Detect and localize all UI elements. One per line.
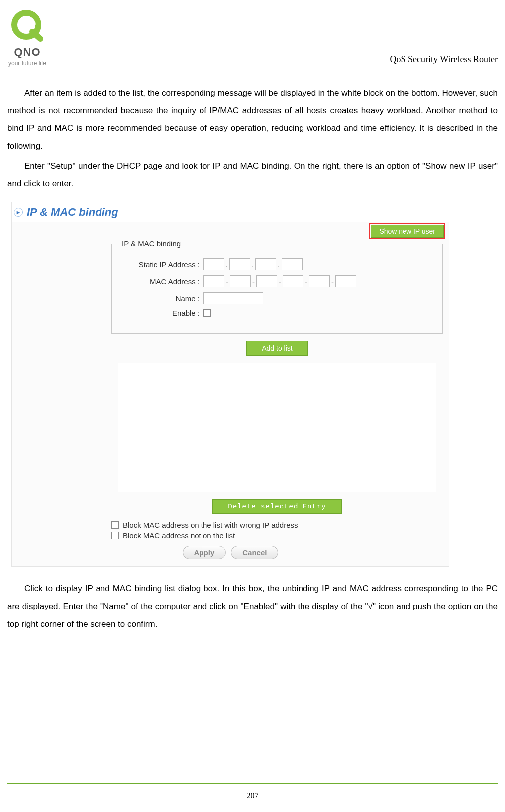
paragraph-2: Enter "Setup" under the DHCP page and lo…	[7, 157, 498, 193]
body-text-block-2: Click to display IP and MAC binding list…	[7, 580, 498, 633]
paragraph-3: Click to display IP and MAC binding list…	[7, 580, 498, 633]
static-ip-octet-1[interactable]	[203, 258, 224, 270]
brand-tagline: your future life	[8, 60, 46, 67]
brand-logo: QNO your future life	[7, 10, 47, 67]
mac-octet-4[interactable]	[283, 275, 303, 287]
enable-label: Enable :	[124, 309, 203, 317]
enable-checkbox[interactable]	[203, 309, 211, 317]
document-title: QoS Security Wireless Router	[390, 54, 498, 67]
binding-listbox[interactable]	[118, 363, 436, 492]
name-label: Name :	[124, 294, 203, 303]
mac-octet-1[interactable]	[203, 275, 224, 287]
static-ip-octet-3[interactable]	[255, 258, 276, 270]
section-header: ► IP & MAC binding	[12, 202, 449, 222]
name-input[interactable]	[203, 292, 263, 304]
section-title: IP & MAC binding	[27, 206, 118, 219]
block-wrong-ip-label: Block MAC address on the list with wrong…	[123, 521, 298, 529]
mac-octet-3[interactable]	[256, 275, 277, 287]
mac-label: MAC Address :	[124, 277, 203, 286]
chevron-right-icon: ►	[14, 208, 23, 217]
static-ip-octet-4[interactable]	[282, 258, 303, 270]
page-number: 207	[0, 791, 505, 800]
ip-mac-binding-panel: ► IP & MAC binding Show new IP user IP &…	[11, 202, 449, 567]
static-ip-label: Static IP Address :	[124, 260, 203, 269]
footer-rule	[7, 783, 498, 784]
block-not-on-list-label: Block MAC address not on the list	[123, 531, 235, 540]
paragraph-1: After an item is added to the list, the …	[7, 84, 498, 155]
page-header: QNO your future life QoS Security Wirele…	[7, 10, 498, 70]
apply-button[interactable]: Apply	[183, 546, 226, 559]
ip-mac-binding-fieldset: IP & MAC binding Static IP Address : . .…	[111, 244, 443, 334]
cancel-button[interactable]: Cancel	[231, 546, 278, 559]
add-to-list-button[interactable]: Add to list	[246, 341, 307, 356]
brand-name: QNO	[14, 46, 40, 59]
mac-octet-2[interactable]	[230, 275, 251, 287]
block-not-on-list-checkbox[interactable]	[111, 532, 119, 539]
qno-logo-icon	[7, 10, 47, 45]
show-new-ip-user-button[interactable]: Show new IP user	[371, 225, 444, 238]
mac-octet-6[interactable]	[335, 275, 356, 287]
fieldset-legend: IP & MAC binding	[119, 239, 184, 248]
mac-octet-5[interactable]	[309, 275, 330, 287]
static-ip-octet-2[interactable]	[229, 258, 250, 270]
delete-selected-button[interactable]: Delete selected Entry	[212, 499, 341, 514]
body-text-block-1: After an item is added to the list, the …	[7, 84, 498, 193]
block-wrong-ip-checkbox[interactable]	[111, 521, 119, 529]
